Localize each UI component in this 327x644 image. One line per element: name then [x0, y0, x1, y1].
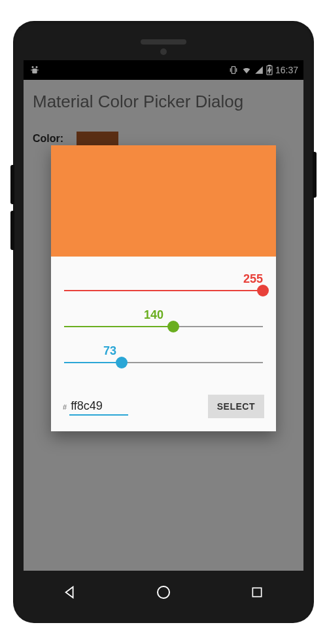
select-button[interactable]: SELECT	[208, 395, 264, 418]
red-thumb[interactable]	[257, 285, 269, 296]
blue-slider-row: 73	[64, 344, 263, 363]
green-value: 140	[44, 308, 263, 322]
navigation-bar	[24, 576, 303, 609]
green-thumb[interactable]	[167, 321, 179, 332]
green-slider-row: 140	[64, 308, 263, 327]
color-picker-dialog: 255 140 73	[51, 145, 276, 431]
screen: 16:37 Material Color Picker Dialog Color…	[24, 60, 303, 571]
sliders-container: 255 140 73	[51, 257, 276, 388]
back-button[interactable]	[61, 583, 79, 601]
red-slider[interactable]	[64, 290, 263, 291]
hex-input[interactable]	[69, 398, 128, 416]
volume-up-button	[10, 165, 14, 204]
red-slider-row: 255	[64, 272, 263, 291]
hex-field-wrap: #	[63, 398, 128, 416]
dialog-footer: # SELECT	[51, 388, 276, 431]
blue-value: 73	[64, 344, 263, 358]
power-button	[313, 152, 317, 198]
recent-apps-button[interactable]	[248, 583, 266, 601]
blue-slider[interactable]	[64, 362, 263, 363]
volume-down-button	[10, 211, 14, 250]
blue-thumb[interactable]	[116, 357, 128, 368]
hex-prefix: #	[63, 403, 67, 411]
home-button[interactable]	[154, 583, 173, 601]
device-frame: 16:37 Material Color Picker Dialog Color…	[13, 21, 314, 623]
color-preview	[51, 145, 276, 257]
green-slider[interactable]	[64, 326, 263, 327]
svg-rect-11	[252, 588, 261, 596]
red-value: 255	[64, 272, 263, 286]
svg-point-10	[158, 586, 169, 598]
speaker-grille	[141, 39, 186, 45]
front-camera	[160, 48, 167, 55]
